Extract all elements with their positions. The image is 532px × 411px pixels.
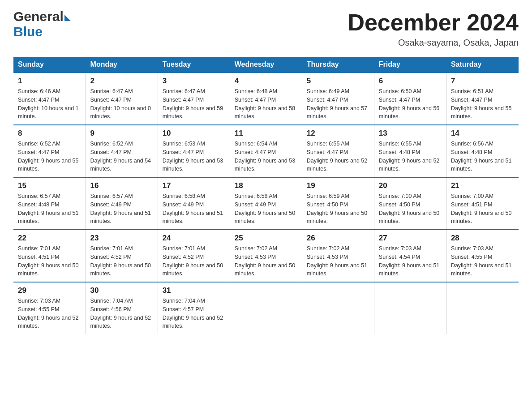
calendar-day-cell: 6 Sunrise: 6:50 AM Sunset: 4:47 PM Dayli… [374, 73, 446, 125]
day-info: Sunrise: 6:55 AM Sunset: 4:48 PM Dayligh… [379, 140, 442, 173]
calendar-day-cell: 11 Sunrise: 6:54 AM Sunset: 4:47 PM Dayl… [230, 125, 302, 177]
day-number: 27 [379, 234, 442, 243]
day-info: Sunrise: 6:55 AM Sunset: 4:47 PM Dayligh… [307, 140, 369, 173]
day-info: Sunrise: 7:00 AM Sunset: 4:50 PM Dayligh… [379, 192, 442, 226]
calendar-day-cell: 30 Sunrise: 7:04 AM Sunset: 4:56 PM Dayl… [86, 282, 158, 334]
calendar-header: Sunday Monday Tuesday Wednesday Thursday… [13, 57, 519, 73]
weekday-header-row: Sunday Monday Tuesday Wednesday Thursday… [13, 57, 519, 73]
day-info: Sunrise: 7:02 AM Sunset: 4:53 PM Dayligh… [235, 244, 297, 278]
calendar-week-row: 29 Sunrise: 7:03 AM Sunset: 4:55 PM Dayl… [13, 282, 519, 334]
day-number: 15 [18, 181, 81, 190]
day-info: Sunrise: 6:57 AM Sunset: 4:49 PM Dayligh… [90, 192, 153, 226]
header-tuesday: Tuesday [158, 57, 230, 73]
calendar-day-cell: 10 Sunrise: 6:53 AM Sunset: 4:47 PM Dayl… [158, 125, 230, 177]
calendar-table: Sunday Monday Tuesday Wednesday Thursday… [13, 57, 519, 334]
day-number: 8 [18, 129, 81, 138]
day-info: Sunrise: 6:49 AM Sunset: 4:47 PM Dayligh… [307, 87, 369, 121]
day-number: 3 [163, 77, 225, 86]
header-saturday: Saturday [446, 57, 518, 73]
calendar-day-cell: 14 Sunrise: 6:56 AM Sunset: 4:48 PM Dayl… [446, 125, 518, 177]
day-info: Sunrise: 7:04 AM Sunset: 4:57 PM Dayligh… [163, 297, 225, 330]
day-number: 17 [163, 181, 225, 190]
logo-triangle-icon [64, 15, 71, 21]
calendar-body: 1 Sunrise: 6:46 AM Sunset: 4:47 PM Dayli… [13, 73, 519, 334]
day-info: Sunrise: 7:00 AM Sunset: 4:51 PM Dayligh… [451, 192, 514, 226]
header-sunday: Sunday [13, 57, 86, 73]
calendar-day-cell: 17 Sunrise: 6:58 AM Sunset: 4:49 PM Dayl… [158, 177, 230, 230]
calendar-day-cell: 8 Sunrise: 6:52 AM Sunset: 4:47 PM Dayli… [13, 125, 86, 177]
day-info: Sunrise: 6:56 AM Sunset: 4:48 PM Dayligh… [451, 140, 514, 173]
day-number: 7 [451, 77, 514, 86]
day-info: Sunrise: 7:01 AM Sunset: 4:52 PM Dayligh… [163, 244, 225, 278]
day-info: Sunrise: 7:04 AM Sunset: 4:56 PM Dayligh… [90, 297, 153, 330]
calendar-day-cell: 16 Sunrise: 6:57 AM Sunset: 4:49 PM Dayl… [86, 177, 158, 230]
day-info: Sunrise: 6:59 AM Sunset: 4:50 PM Dayligh… [307, 192, 369, 226]
day-info: Sunrise: 7:03 AM Sunset: 4:55 PM Dayligh… [18, 297, 81, 330]
day-number: 10 [163, 129, 225, 138]
day-info: Sunrise: 7:03 AM Sunset: 4:54 PM Dayligh… [379, 244, 442, 278]
calendar-day-cell: 4 Sunrise: 6:48 AM Sunset: 4:47 PM Dayli… [230, 73, 302, 125]
calendar-day-cell [230, 282, 302, 334]
calendar-day-cell: 7 Sunrise: 6:51 AM Sunset: 4:47 PM Dayli… [446, 73, 518, 125]
logo-general-text: General [13, 9, 64, 24]
calendar-day-cell: 18 Sunrise: 6:58 AM Sunset: 4:49 PM Dayl… [230, 177, 302, 230]
calendar-day-cell: 21 Sunrise: 7:00 AM Sunset: 4:51 PM Dayl… [446, 177, 518, 230]
day-info: Sunrise: 6:53 AM Sunset: 4:47 PM Dayligh… [163, 140, 225, 173]
day-number: 6 [379, 77, 442, 86]
day-number: 31 [163, 286, 225, 295]
calendar-day-cell [374, 282, 446, 334]
logo-blue-text: Blue [13, 24, 43, 39]
calendar-day-cell: 12 Sunrise: 6:55 AM Sunset: 4:47 PM Dayl… [302, 125, 374, 177]
day-number: 28 [451, 234, 514, 243]
calendar-day-cell: 19 Sunrise: 6:59 AM Sunset: 4:50 PM Dayl… [302, 177, 374, 230]
calendar-day-cell: 2 Sunrise: 6:47 AM Sunset: 4:47 PM Dayli… [86, 73, 158, 125]
calendar-day-cell: 27 Sunrise: 7:03 AM Sunset: 4:54 PM Dayl… [374, 230, 446, 282]
calendar-day-cell: 25 Sunrise: 7:02 AM Sunset: 4:53 PM Dayl… [230, 230, 302, 282]
day-info: Sunrise: 7:01 AM Sunset: 4:52 PM Dayligh… [90, 244, 153, 278]
calendar-day-cell [446, 282, 518, 334]
day-number: 23 [90, 234, 153, 243]
day-number: 29 [18, 286, 81, 295]
day-number: 18 [235, 181, 297, 190]
day-number: 12 [307, 129, 369, 138]
calendar-day-cell: 22 Sunrise: 7:01 AM Sunset: 4:51 PM Dayl… [13, 230, 86, 282]
calendar-day-cell: 29 Sunrise: 7:03 AM Sunset: 4:55 PM Dayl… [13, 282, 86, 334]
day-info: Sunrise: 6:54 AM Sunset: 4:47 PM Dayligh… [235, 140, 297, 173]
page-header: General Blue December 2024 Osaka-sayama,… [13, 9, 519, 48]
day-info: Sunrise: 6:57 AM Sunset: 4:48 PM Dayligh… [18, 192, 81, 226]
day-info: Sunrise: 6:51 AM Sunset: 4:47 PM Dayligh… [451, 87, 514, 121]
header-thursday: Thursday [302, 57, 374, 73]
calendar-week-row: 15 Sunrise: 6:57 AM Sunset: 4:48 PM Dayl… [13, 177, 519, 230]
day-number: 30 [90, 286, 153, 295]
calendar-day-cell: 5 Sunrise: 6:49 AM Sunset: 4:47 PM Dayli… [302, 73, 374, 125]
day-info: Sunrise: 6:52 AM Sunset: 4:47 PM Dayligh… [18, 140, 81, 173]
calendar-day-cell: 13 Sunrise: 6:55 AM Sunset: 4:48 PM Dayl… [374, 125, 446, 177]
day-number: 1 [18, 77, 81, 86]
day-number: 25 [235, 234, 297, 243]
calendar-day-cell: 31 Sunrise: 7:04 AM Sunset: 4:57 PM Dayl… [158, 282, 230, 334]
day-number: 11 [235, 129, 297, 138]
day-number: 20 [379, 181, 442, 190]
day-number: 19 [307, 181, 369, 190]
day-info: Sunrise: 6:52 AM Sunset: 4:47 PM Dayligh… [90, 140, 153, 173]
day-info: Sunrise: 7:03 AM Sunset: 4:55 PM Dayligh… [451, 244, 514, 278]
day-number: 16 [90, 181, 153, 190]
calendar-day-cell: 24 Sunrise: 7:01 AM Sunset: 4:52 PM Dayl… [158, 230, 230, 282]
header-monday: Monday [86, 57, 158, 73]
day-number: 4 [235, 77, 297, 86]
day-info: Sunrise: 6:48 AM Sunset: 4:47 PM Dayligh… [235, 87, 297, 121]
calendar-week-row: 8 Sunrise: 6:52 AM Sunset: 4:47 PM Dayli… [13, 125, 519, 177]
calendar-day-cell: 15 Sunrise: 6:57 AM Sunset: 4:48 PM Dayl… [13, 177, 86, 230]
day-info: Sunrise: 6:58 AM Sunset: 4:49 PM Dayligh… [163, 192, 225, 226]
day-info: Sunrise: 6:50 AM Sunset: 4:47 PM Dayligh… [379, 87, 442, 121]
day-number: 2 [90, 77, 153, 86]
header-friday: Friday [374, 57, 446, 73]
day-number: 9 [90, 129, 153, 138]
logo: General Blue [13, 9, 71, 39]
calendar-day-cell: 9 Sunrise: 6:52 AM Sunset: 4:47 PM Dayli… [86, 125, 158, 177]
day-number: 13 [379, 129, 442, 138]
day-info: Sunrise: 6:47 AM Sunset: 4:47 PM Dayligh… [163, 87, 225, 121]
day-number: 24 [163, 234, 225, 243]
location-subtitle: Osaka-sayama, Osaka, Japan [348, 38, 519, 48]
calendar-week-row: 22 Sunrise: 7:01 AM Sunset: 4:51 PM Dayl… [13, 230, 519, 282]
